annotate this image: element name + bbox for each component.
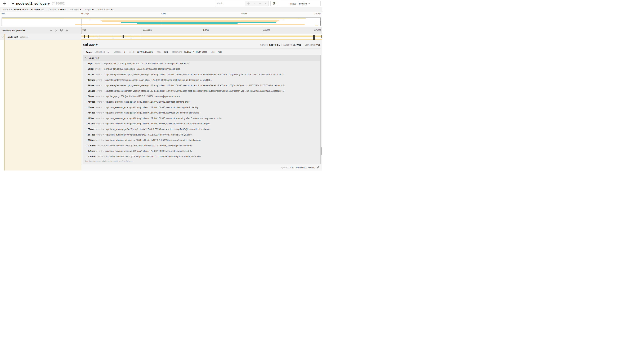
- back-arrow-icon: [3, 2, 6, 5]
- log-entry[interactable]: ›678μs:event=‹sql/distsql_physical_plann…: [83, 137, 320, 143]
- span-detail-title[interactable]: sql query: [83, 43, 98, 47]
- span-row-label[interactable]: node sql1 sql query: [0, 34, 81, 40]
- log-entry[interactable]: ›176μs:event=‹sql/catalog/descs/descript…: [83, 77, 320, 83]
- clear-search-icon[interactable]: [264, 3, 266, 5]
- collapse-one-icon[interactable]: [50, 30, 52, 31]
- log-message: ‹sql/catalog/lease/descriptor_version_st…: [105, 90, 284, 92]
- log-expand-chevron-icon[interactable]: ›: [84, 73, 88, 76]
- collapse-all-icon[interactable]: [60, 29, 63, 32]
- log-entry[interactable]: ›459μs:event=‹sql/conn_executor_exec.go:…: [83, 99, 320, 105]
- log-message: ‹sql/exec_util.go:2297 [nsql1,client=127…: [104, 62, 189, 65]
- span-collapse-chevron-icon[interactable]: [2, 36, 4, 38]
- find-icons: [245, 1, 268, 6]
- log-entry[interactable]: ›574μs:event=‹sql/distsql_running.go:142…: [83, 127, 320, 132]
- trace-collapse-chevron-icon[interactable]: [12, 3, 14, 5]
- log-message: ‹sql/distsql_running.go:498 [nsql1,clien…: [105, 134, 192, 136]
- log-expand-chevron-icon[interactable]: ›: [84, 133, 88, 136]
- find-input[interactable]: [215, 1, 245, 6]
- log-timestamp: 2.69ms:: [88, 145, 96, 147]
- minimap-left-handle[interactable]: [2, 18, 2, 21]
- minimap-tick-label: 2.09ms: [241, 13, 247, 15]
- log-entry[interactable]: ›34μs:event=‹sql/exec_util.go:2297 [nsql…: [83, 61, 320, 66]
- log-expand-chevron-icon[interactable]: ›: [84, 79, 88, 81]
- top-bar-actions: ⌘ Trace Timeline: [215, 1, 322, 6]
- log-field-key: event: [95, 68, 100, 70]
- log-entry[interactable]: ›189μs:event=‹sql/catalog/lease/descript…: [83, 83, 320, 88]
- detail-row-span-bar[interactable]: [81, 39, 322, 40]
- log-expand-chevron-icon[interactable]: ›: [84, 106, 88, 109]
- service-operation-header: Service & Operation: [0, 27, 81, 34]
- log-field-key: event: [96, 84, 102, 87]
- detail-divider: [83, 49, 320, 49]
- prev-result-icon[interactable]: [253, 3, 256, 4]
- log-entry[interactable]: ›486μs:event=‹sql/conn_executor_exec.go:…: [83, 110, 320, 116]
- equals-sign: =: [102, 90, 104, 92]
- log-entry[interactable]: ›201μs:event=‹sql/catalog/lease/descript…: [83, 88, 320, 94]
- minimap-right-handle[interactable]: [320, 21, 320, 25]
- equals-sign: =: [104, 155, 105, 158]
- log-expand-chevron-icon[interactable]: ›: [84, 144, 88, 147]
- log-expand-chevron-icon[interactable]: ›: [84, 95, 88, 98]
- log-message: ‹sql/distsql_running.go:1420 [nsql1,clie…: [105, 128, 210, 131]
- log-entry[interactable]: ›2.69ms:event=‹sql/conn_executor_exec.go…: [83, 143, 320, 149]
- locate-icon[interactable]: [247, 2, 250, 5]
- trace-info-value: 2: [80, 8, 81, 11]
- log-entry[interactable]: ›476μs:event=‹sql/conn_executor_exec.go:…: [83, 105, 320, 110]
- log-expand-chevron-icon[interactable]: ›: [84, 117, 88, 120]
- tag-key: client: [129, 51, 134, 53]
- log-expand-chevron-icon[interactable]: ›: [84, 84, 88, 87]
- span-row-timeline[interactable]: [81, 34, 322, 40]
- log-timestamp: 476μs:: [88, 106, 95, 109]
- next-result-icon[interactable]: [259, 3, 261, 4]
- overview-label: Service:: [260, 44, 268, 46]
- log-expand-chevron-icon[interactable]: ›: [84, 68, 88, 70]
- span-duration-bar[interactable]: [81, 36, 322, 37]
- equals-sign: =: [102, 73, 104, 76]
- log-expand-chevron-icon[interactable]: ›: [84, 128, 88, 131]
- log-message: ‹sql/plan_opt.go:358 [nsql1,client=127.0…: [104, 68, 181, 70]
- vertical-scrollbar-thumb[interactable]: [321, 147, 322, 155]
- log-entry[interactable]: ›502μs:event=‹sql/conn_executor_exec.go:…: [83, 121, 320, 127]
- log-field-key: event: [96, 90, 102, 92]
- trace-info-item: Trace StartMarch 31 2022, 17:25:09.326: [2, 8, 44, 11]
- log-entry[interactable]: ›366μs:event=‹sql/plan_opt.go:358 [nsql1…: [83, 94, 320, 99]
- log-message: ‹sql/plan_opt.go:358 [nsql1,client=127.0…: [105, 95, 181, 98]
- log-expand-chevron-icon[interactable]: ›: [84, 101, 88, 103]
- expand-all-icon[interactable]: [66, 29, 68, 32]
- minimap-canvas[interactable]: [2, 18, 320, 26]
- log-entry[interactable]: ›80μs:event=‹sql/plan_opt.go:358 [nsql1,…: [83, 66, 320, 72]
- top-bar: node sql1: sql query 7418682 ⌘ T: [0, 0, 322, 7]
- log-expand-chevron-icon[interactable]: ›: [84, 150, 88, 152]
- log-timestamp: 80μs:: [88, 68, 94, 70]
- tag-value: SELECT * FROM users: [184, 51, 207, 53]
- keyboard-shortcuts-button[interactable]: ⌘: [270, 1, 278, 6]
- log-marker-tick: [113, 35, 113, 38]
- timeline-tick: 1.4ms: [202, 27, 209, 34]
- log-entry[interactable]: ›142μs:event=‹sql/catalog/lease/descript…: [83, 72, 320, 77]
- log-expand-chevron-icon[interactable]: ›: [84, 155, 88, 158]
- deep-link-icon[interactable]: [317, 166, 320, 169]
- column-resize-grip[interactable]: [79, 31, 80, 33]
- timeline-tick-label: 697.75μs: [143, 29, 152, 31]
- tags-expand-chevron-icon[interactable]: ›: [84, 51, 84, 53]
- log-expand-chevron-icon[interactable]: ›: [84, 139, 88, 142]
- log-entry[interactable]: ›2.7ms:event=‹sql/conn_executor_exec.go:…: [83, 149, 320, 154]
- log-entry[interactable]: ›495μs:event=‹sql/conn_executor_exec.go:…: [83, 116, 320, 121]
- logs-header[interactable]: Logs (18): [83, 55, 320, 61]
- trace-id: 7418682: [52, 2, 64, 5]
- equals-sign: =: [182, 51, 184, 53]
- span-service-name: node sql1: [8, 36, 18, 38]
- tag-item: _verbose=1: [113, 51, 126, 53]
- log-expand-chevron-icon[interactable]: ›: [84, 62, 88, 65]
- expand-one-icon[interactable]: [56, 29, 57, 32]
- log-entry[interactable]: ›597μs:event=‹sql/distsql_running.go:498…: [83, 132, 320, 138]
- log-expand-chevron-icon[interactable]: ›: [84, 90, 88, 92]
- equals-sign: =: [102, 139, 104, 141]
- back-button[interactable]: [0, 0, 9, 7]
- tags-row[interactable]: › Tags: _unfinished=1_verbose=1client=12…: [83, 50, 320, 54]
- view-selector-button[interactable]: Trace Timeline: [280, 1, 320, 6]
- log-expand-chevron-icon[interactable]: ›: [84, 123, 88, 125]
- log-expand-chevron-icon[interactable]: ›: [84, 112, 88, 114]
- log-entry[interactable]: ›2.79ms:event=‹sql/conn_executor_exec.go…: [83, 154, 320, 159]
- logs-collapse-chevron-icon[interactable]: [85, 57, 87, 59]
